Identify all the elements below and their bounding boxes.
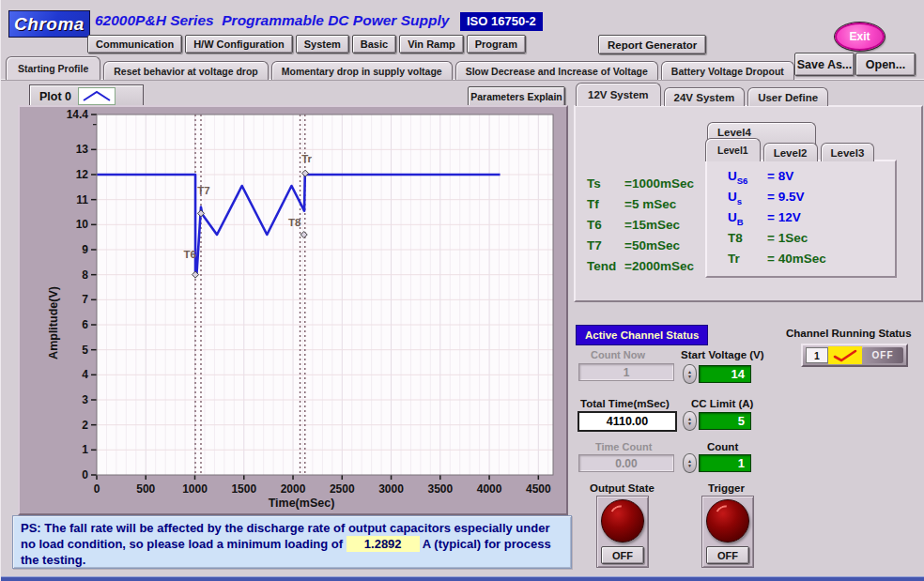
param-sub: B	[737, 217, 744, 227]
timing-row: T7=50mSec	[587, 238, 694, 259]
y-tick-label: 9	[82, 243, 88, 256]
y-tick-label: 6	[82, 318, 88, 331]
save-as-button[interactable]: Save As...	[794, 53, 855, 76]
plot-panel: T6T7T8Tr01234567891011121314.40500100015…	[18, 105, 568, 515]
timing-list: Ts=1000mSec Tf=5 mSec T6=15mSec T7=50mSe…	[587, 176, 694, 280]
channel-check-icon[interactable]	[828, 346, 862, 364]
menu-button-program[interactable]: Program	[467, 35, 526, 54]
timing-row: Tf=5 mSec	[587, 197, 694, 218]
timing-value: =15mSec	[624, 218, 680, 238]
cursor-annotation: T6	[184, 249, 196, 260]
tab-12v-system[interactable]: 12V System	[576, 83, 661, 106]
parameter-panel: Level4 Level1 Level2 Level3 US6 = 8V Us …	[574, 105, 923, 302]
timing-name: Tf	[587, 197, 624, 218]
tab-24v-system[interactable]: 24V System	[664, 87, 746, 106]
timing-name: Ts	[587, 176, 624, 197]
x-tick-label: 2500	[330, 482, 355, 496]
start-voltage-spinner-icon[interactable]: ▲▼	[683, 364, 697, 384]
y-tick-label: 14.4	[67, 108, 89, 121]
param-value: = 9.5V	[767, 190, 804, 210]
x-axis-label: Time(mSec)	[269, 497, 335, 510]
param-name: U	[728, 210, 737, 224]
y-tick-label: 1	[82, 443, 88, 456]
param-sub: s	[737, 196, 742, 206]
count-now-label: Count Now	[591, 349, 645, 360]
cursor-annotation: Tr	[301, 153, 312, 164]
channel-running-status-label: Channel Running Status	[786, 328, 912, 339]
tab-user-define[interactable]: User Define	[747, 87, 828, 106]
cc-limit-spinner-icon[interactable]: ▲▼	[683, 411, 697, 431]
total-time-field[interactable]: 4110.00	[578, 411, 677, 432]
open-button[interactable]: Open...	[855, 53, 916, 76]
y-axis-label: Amplitude(V)	[47, 286, 60, 359]
parameters-explain-button[interactable]: Parameters Explain	[468, 86, 565, 107]
timing-value: =50mSec	[624, 238, 680, 259]
start-voltage-field[interactable]: 14	[699, 365, 751, 383]
param-value: = 8V	[767, 169, 793, 190]
active-channel-status-header: Active Channel Status	[576, 325, 708, 345]
channel-running-control[interactable]: 1 OFF	[801, 344, 908, 367]
timing-value: =1000mSec	[624, 176, 694, 197]
x-tick-label: 4500	[526, 482, 551, 496]
x-tick-label: 500	[136, 482, 155, 496]
menu-button-hw-configuration[interactable]: H/W Configuration	[185, 35, 293, 54]
count-spinner-icon[interactable]: ▲▼	[683, 453, 697, 473]
app-title: 62000P&H Series Programmable DC Power Su…	[95, 12, 449, 29]
menu-button-vin-ramp[interactable]: Vin Ramp	[399, 35, 464, 54]
param-name: T8	[728, 231, 743, 245]
timing-name: T6	[587, 218, 624, 238]
menu-button-communication[interactable]: Communication	[87, 35, 182, 54]
waveform-legend-icon	[78, 87, 116, 105]
level-value-row: Us = 9.5V	[728, 190, 895, 210]
chroma-logo: Chroma	[8, 10, 90, 38]
trigger-knob[interactable]	[706, 499, 749, 543]
min-loading-value: 1.2892	[346, 536, 420, 552]
count-field[interactable]: 1	[699, 454, 751, 472]
main-tab-bar: Starting Profile Reset behavior at volta…	[6, 54, 794, 80]
y-tick-label: 2	[82, 419, 88, 432]
x-tick-label: 3500	[427, 482, 453, 496]
report-generator-button[interactable]: Report Generator	[598, 35, 706, 54]
timing-row: T6=15mSec	[587, 218, 694, 238]
param-sub: S6	[737, 176, 748, 186]
param-value: = 1Sec	[767, 231, 808, 252]
level-values-panel: US6 = 8V Us = 9.5V UB = 12V T8 = 1Sec Tr…	[705, 160, 897, 278]
level-value-row: UB = 12V	[728, 210, 895, 231]
menu-bar: Communication H/W Configuration System B…	[87, 35, 526, 54]
param-name: U	[728, 190, 737, 204]
waveform-chart[interactable]: T6T7T8Tr01234567891011121314.40500100015…	[20, 107, 562, 510]
tab-reset-behavior[interactable]: Reset behavior at voltage drop	[103, 61, 268, 80]
trigger-off-button[interactable]: OFF	[706, 546, 749, 564]
x-tick-label: 2000	[281, 482, 306, 496]
tab-starting-profile[interactable]: Starting Profile	[6, 56, 100, 80]
time-count-field: 0.00	[578, 454, 674, 472]
tab-slow-decrease-increase[interactable]: Slow Decrease and Increase of Voltage	[455, 61, 658, 80]
tab-level2[interactable]: Level2	[763, 143, 818, 161]
menu-button-basic[interactable]: Basic	[352, 35, 396, 54]
output-state-control: OFF	[596, 496, 649, 568]
output-state-off-button[interactable]: OFF	[601, 546, 644, 564]
window-bottom-border	[1, 576, 924, 581]
param-value: = 12V	[767, 210, 801, 231]
y-tick-label: 4	[82, 368, 88, 381]
exit-button[interactable]: Exit	[835, 23, 885, 51]
tab-momentary-drop[interactable]: Momentary drop in supply voltage	[271, 61, 453, 80]
timing-name: Tend	[587, 259, 624, 280]
plot-legend-label: Plot 0	[39, 90, 71, 103]
channel-running-state: OFF	[862, 347, 903, 363]
output-state-knob[interactable]	[601, 499, 644, 543]
tab-level1[interactable]: Level1	[705, 138, 761, 161]
x-tick-label: 0	[94, 482, 100, 496]
count-now-field: 1	[578, 363, 674, 381]
iso-standard-badge: ISO 16750-2	[460, 12, 543, 31]
count-control: ▲▼ 1	[683, 453, 751, 473]
timing-value: =5 mSec	[624, 197, 676, 218]
timing-row: Ts=1000mSec	[587, 176, 694, 197]
menu-button-system[interactable]: System	[296, 35, 349, 54]
cursor-annotation: T7	[197, 185, 209, 196]
output-state-label: Output State	[590, 482, 654, 494]
tab-level3[interactable]: Level3	[821, 143, 875, 161]
cc-limit-field[interactable]: 5	[699, 412, 751, 430]
tab-battery-voltage-dropout[interactable]: Battery Voltage Dropout	[661, 61, 794, 80]
count-label: Count	[707, 441, 738, 452]
